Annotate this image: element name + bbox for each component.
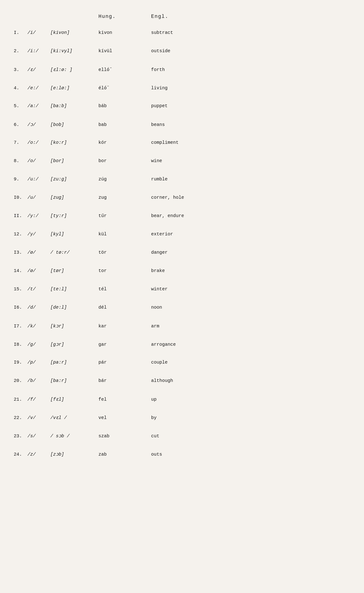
- entry-phoneme: /y/: [27, 231, 50, 237]
- table-row: 15. /t/ [te:l] tél winter: [14, 285, 355, 303]
- entry-phoneme: /b/: [27, 378, 50, 383]
- table-row: I6. /d/ [de:l] dél noon: [14, 303, 355, 322]
- entry-phoneme: /ø/: [27, 250, 50, 255]
- entry-phoneme: /p/: [27, 360, 50, 365]
- entry-hung-word: bab: [98, 122, 151, 127]
- entry-phoneme: /d/: [27, 305, 50, 310]
- entry-transcription: [ba:b]: [50, 103, 98, 109]
- table-row: I7. /k/ [kɔr] kar arm: [14, 322, 355, 340]
- entry-hung-word: tél: [98, 287, 151, 292]
- entry-engl-word: exterior: [151, 231, 173, 237]
- entry-transcription: [ɛl:ø: ]: [50, 67, 98, 72]
- entry-phoneme: /ø/: [27, 268, 50, 273]
- entry-number: I7.: [14, 324, 27, 329]
- entry-transcription: [kɔr]: [50, 323, 98, 329]
- entry-engl-word: although: [151, 378, 173, 383]
- entry-number: I6.: [14, 305, 27, 310]
- table-row: 24. /z/ [zɔb] zab outs: [14, 450, 355, 468]
- entry-phoneme: /i:/: [27, 48, 50, 54]
- entry-hung-word: gar: [98, 342, 151, 347]
- entry-engl-word: rumble: [151, 176, 168, 182]
- table-row: I0. /u/ [zug] zug corner, hole: [14, 194, 355, 212]
- table-row: 12. /y/ [kyl] kül exterior: [14, 230, 355, 248]
- entry-hung-word: tűr: [98, 213, 151, 218]
- entry-hung-word: tor: [98, 268, 151, 273]
- entry-engl-word: noon: [151, 305, 162, 310]
- entry-hung-word: vel: [98, 415, 151, 420]
- entry-engl-word: outside: [151, 48, 170, 54]
- entry-engl-word: outs: [151, 452, 162, 457]
- entry-number: I8.: [14, 342, 27, 347]
- entry-phoneme: /ɛ/: [27, 67, 50, 72]
- entry-transcription: [pa:r]: [50, 360, 98, 365]
- entry-transcription: [de:l]: [50, 305, 98, 310]
- table-row: 4. /e:/ [e:lø:] éló̈ living: [14, 84, 355, 102]
- entry-transcription: [fɛl]: [50, 396, 98, 402]
- table-row: 5. /a:/ [ba:b] báb puppet: [14, 102, 355, 120]
- entry-transcription: [bob]: [50, 122, 98, 127]
- entry-engl-word: subtract: [151, 30, 173, 35]
- table-row: I8. /g/ [gɔr] gar arrogance: [14, 340, 355, 358]
- table-row: 7. /o:/ [ko:r] kór compliment: [14, 138, 355, 157]
- header-hung: Hung.: [98, 14, 151, 20]
- entry-transcription: [ba:r]: [50, 378, 98, 383]
- entry-transcription: / tø:r/: [50, 250, 98, 255]
- entry-transcription: [te:l]: [50, 287, 98, 292]
- entry-transcription: [tør]: [50, 268, 98, 273]
- entry-phoneme: /e:/: [27, 85, 50, 91]
- table-row: 3. /ɛ/ [ɛl:ø: ] elló̈ forth: [14, 65, 355, 84]
- entry-hung-word: zúg: [98, 176, 151, 182]
- entry-transcription: [zu:g]: [50, 176, 98, 182]
- entry-engl-word: wine: [151, 158, 162, 163]
- entry-transcription: [ki:vyl]: [50, 48, 98, 54]
- entry-engl-word: up: [151, 397, 156, 402]
- table-row: 14. /ø/ [tør] tor brake: [14, 267, 355, 285]
- entry-number: 23.: [14, 433, 27, 439]
- header-engl: Engl.: [151, 14, 169, 20]
- entry-phoneme: /ɔ/: [27, 122, 50, 127]
- entry-number: 4.: [14, 85, 27, 91]
- entry-engl-word: danger: [151, 250, 168, 255]
- entry-phoneme: /o:/: [27, 140, 50, 145]
- entry-number: I0.: [14, 195, 27, 200]
- entry-list: I. /i/ [kivon] kivon subtract 2. /i:/ [k…: [14, 29, 355, 468]
- entry-number: 15.: [14, 287, 27, 292]
- entry-transcription: [ty:r]: [50, 213, 98, 218]
- entry-engl-word: brake: [151, 268, 165, 273]
- entry-hung-word: szab: [98, 433, 151, 439]
- entry-transcription: [kyl]: [50, 231, 98, 237]
- table-row: I3. /ø/ / tø:r/ tör danger: [14, 248, 355, 267]
- entry-hung-word: zab: [98, 452, 151, 457]
- entry-engl-word: beans: [151, 122, 165, 127]
- entry-phoneme: /u:/: [27, 176, 50, 182]
- entry-engl-word: arrogance: [151, 342, 176, 347]
- entry-transcription: [zɔb]: [50, 451, 98, 457]
- entry-number: 7.: [14, 140, 27, 145]
- entry-hung-word: bor: [98, 158, 151, 163]
- table-row: 20. /b/ [ba:r] bár although: [14, 377, 355, 395]
- entry-phoneme: /y:/: [27, 213, 50, 218]
- entry-number: I3.: [14, 250, 27, 255]
- entry-transcription: [e:lø:]: [50, 85, 98, 91]
- entry-engl-word: living: [151, 85, 168, 91]
- entry-number: 8.: [14, 158, 27, 163]
- entry-hung-word: bár: [98, 378, 151, 383]
- entry-number: 12.: [14, 231, 27, 237]
- entry-phoneme: /o/: [27, 158, 50, 163]
- entry-hung-word: báb: [98, 103, 151, 109]
- entry-engl-word: corner, hole: [151, 195, 184, 200]
- entry-phoneme: /s/: [27, 433, 50, 439]
- header-row: Hung. Engl.: [98, 14, 355, 20]
- entry-phoneme: /t/: [27, 287, 50, 292]
- entry-phoneme: /i/: [27, 30, 50, 35]
- entry-hung-word: pár: [98, 360, 151, 365]
- entry-transcription: [ko:r]: [50, 140, 98, 145]
- entry-phoneme: /f/: [27, 397, 50, 402]
- table-row: I. /i/ [kivon] kivon subtract: [14, 29, 355, 47]
- entry-engl-word: by: [151, 415, 156, 420]
- table-row: 21. /f/ [fɛl] fel up: [14, 395, 355, 413]
- entry-engl-word: bear, endure: [151, 213, 184, 218]
- table-row: 9. /u:/ [zu:g] zúg rumble: [14, 175, 355, 194]
- entry-transcription: [gɔr]: [50, 341, 98, 347]
- entry-number: 20.: [14, 378, 27, 383]
